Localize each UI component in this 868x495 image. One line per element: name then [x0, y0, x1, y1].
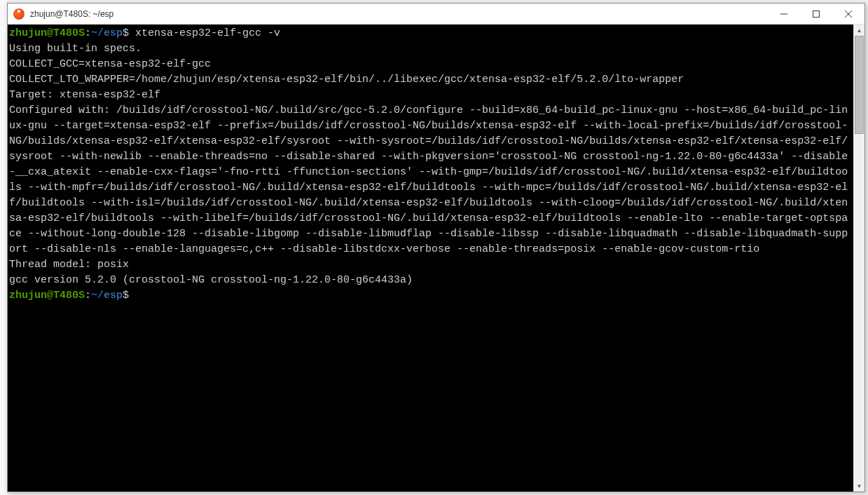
window-title: zhujun@T480S: ~/esp [30, 9, 768, 19]
titlebar[interactable]: zhujun@T480S: ~/esp [8, 4, 864, 25]
prompt-path: ~/esp [91, 290, 123, 301]
scroll-thumb[interactable] [855, 36, 864, 134]
prompt-sep: : [85, 290, 91, 301]
output-line: Using built-in specs. [9, 43, 142, 55]
close-button[interactable] [832, 4, 864, 24]
svg-rect-1 [813, 11, 820, 17]
window-controls [768, 4, 864, 24]
prompt-user: zhujun@T480S [9, 290, 85, 301]
minimize-icon [780, 11, 787, 18]
output-line: Target: xtensa-esp32-elf [9, 89, 160, 101]
prompt-dollar: $ [123, 27, 129, 39]
scroll-down-button[interactable]: ▼ [854, 480, 864, 491]
terminal-area: zhujun@T480S:~/esp$ xtensa-esp32-elf-gcc… [8, 25, 864, 491]
command-text: xtensa-esp32-elf-gcc -v [129, 27, 280, 39]
terminal-content[interactable]: zhujun@T480S:~/esp$ xtensa-esp32-elf-gcc… [8, 25, 853, 491]
output-line: COLLECT_GCC=xtensa-esp32-elf-gcc [9, 58, 211, 70]
prompt-dollar: $ [123, 290, 129, 301]
terminal-window: zhujun@T480S: ~/esp zhujun@T480S:~/esp$ … [7, 3, 865, 492]
background-edge [0, 0, 7, 495]
maximize-button[interactable] [800, 4, 832, 24]
output-line: COLLECT_LTO_WRAPPER=/home/zhujun/esp/xte… [9, 74, 684, 86]
prompt-user: zhujun@T480S [9, 27, 85, 39]
prompt-sep: : [85, 27, 91, 39]
scroll-up-button[interactable]: ▲ [854, 25, 864, 36]
vertical-scrollbar[interactable]: ▲ ▼ [853, 25, 864, 491]
output-line: gcc version 5.2.0 (crosstool-NG crosstoo… [9, 274, 413, 286]
maximize-icon [813, 11, 820, 18]
minimize-button[interactable] [768, 4, 800, 24]
prompt-path: ~/esp [91, 27, 123, 39]
output-line: Configured with: /builds/idf/crosstool-N… [9, 104, 848, 255]
output-line: Thread model: posix [9, 259, 129, 271]
close-icon [845, 11, 852, 18]
ubuntu-icon [13, 8, 25, 20]
